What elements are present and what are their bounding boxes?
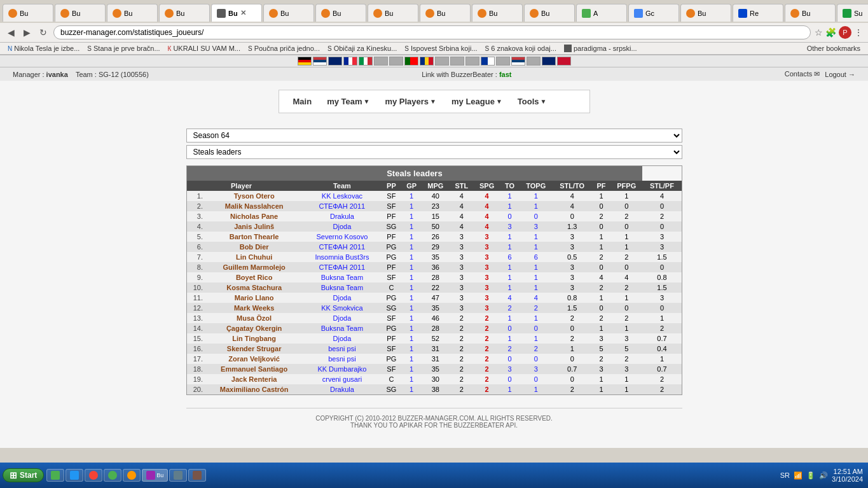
team-link[interactable]: СТЕФАН 2011	[319, 202, 366, 210]
team-link[interactable]: Djoda	[333, 294, 352, 302]
player-link[interactable]: Lin Tingbang	[232, 335, 276, 342]
team-link[interactable]: Insomnia Bust3rs	[315, 253, 369, 261]
bookmark-8[interactable]: paradigma - srpski...	[561, 44, 640, 53]
refresh-btn[interactable]: ↻	[37, 26, 50, 39]
player-link[interactable]: Kosma Stachura	[226, 284, 282, 291]
player-link[interactable]: Bob Dier	[240, 243, 269, 251]
flag-misc-7[interactable]	[527, 57, 541, 66]
team-link[interactable]: Buksna Team	[321, 324, 363, 332]
nav-main[interactable]: Main	[286, 93, 320, 110]
player-link[interactable]: Mario Llano	[235, 294, 274, 302]
tab-11[interactable]: Bu	[524, 4, 575, 22]
back-btn[interactable]: ◀	[5, 26, 17, 39]
taskbar-item-3[interactable]	[85, 469, 102, 482]
taskbar-item-7[interactable]	[169, 469, 187, 482]
taskbar-item-4[interactable]	[104, 469, 121, 482]
team-link[interactable]: Drakula	[330, 213, 354, 220]
team-link[interactable]: Severno Kosovo	[317, 233, 368, 241]
team-link[interactable]: СТЕФАН 2011	[319, 243, 366, 251]
bookmark-9[interactable]: Other bookmarks	[804, 44, 863, 53]
tab-13[interactable]: Gc	[628, 4, 679, 22]
team-link[interactable]: Djoda	[333, 335, 352, 342]
tab-10[interactable]: Bu	[472, 4, 523, 22]
tab-3[interactable]: Bu	[107, 4, 158, 22]
team-link[interactable]: Drakula	[330, 386, 354, 393]
nav-my-team[interactable]: my Team ▼	[319, 93, 377, 110]
player-link[interactable]: Musa Özol	[237, 314, 272, 322]
tab-7[interactable]: Bu	[315, 4, 366, 22]
url-input[interactable]	[53, 25, 811, 39]
team-link[interactable]: besni psi	[328, 345, 355, 352]
flag-pt[interactable]	[404, 57, 418, 66]
tab-14[interactable]: Bu	[680, 4, 731, 22]
player-link[interactable]: Maximiliano Castrón	[220, 386, 289, 393]
taskbar-item-6-active[interactable]: Bu	[142, 469, 168, 482]
taskbar-item-1[interactable]	[46, 469, 64, 482]
team-link[interactable]: KK Leskovac	[322, 192, 362, 200]
tab-close-btn[interactable]: ✕	[240, 9, 246, 17]
contacts-link[interactable]: Contacts ✉	[785, 70, 820, 78]
flag-gb[interactable]	[328, 57, 342, 66]
bookmark-6[interactable]: S Ispovest Srbina koji...	[402, 44, 479, 53]
player-link[interactable]: Janis Julinš	[234, 223, 274, 230]
flag-misc-1[interactable]	[374, 57, 388, 66]
team-link[interactable]: crveni gusari	[322, 375, 362, 383]
bookmark-5[interactable]: S Običaji za Kinesku...	[325, 44, 399, 53]
flag-misc-8[interactable]	[557, 57, 571, 66]
tab-12[interactable]: A	[576, 4, 627, 22]
start-button[interactable]: ⊞ Start	[3, 468, 44, 482]
player-link[interactable]: Guillem Marmolejo	[223, 263, 285, 271]
nav-my-players[interactable]: my Players ▼	[377, 93, 444, 110]
player-link[interactable]: Barton Thearle	[230, 233, 279, 241]
category-select[interactable]: Steals leaders Points leaders Rebounds l…	[186, 145, 682, 159]
player-link[interactable]: Emmanuel Santiago	[221, 365, 287, 373]
team-link[interactable]: KK Smokvica	[321, 304, 362, 312]
tab-2[interactable]: Bu	[55, 4, 106, 22]
player-link[interactable]: Çagatay Okergin	[226, 324, 282, 332]
flag-misc-4[interactable]	[450, 57, 464, 66]
bookmark-3[interactable]: К UKRALI SU VAM M...	[165, 44, 243, 53]
flag-ro[interactable]	[420, 57, 434, 66]
bookmark-2[interactable]: S Stana je prve bračn...	[85, 44, 162, 53]
flag-misc-2[interactable]	[389, 57, 403, 66]
tab-5-active[interactable]: Bu ✕	[211, 4, 262, 22]
team-link[interactable]: besni psi	[328, 355, 355, 363]
tab-16[interactable]: Bu	[785, 4, 836, 22]
player-link[interactable]: Zoran Veljković	[228, 355, 280, 363]
menu-icon[interactable]: ⋮	[854, 27, 863, 38]
team-link[interactable]: Buksna Team	[321, 274, 363, 281]
nav-my-league[interactable]: my League ▼	[444, 93, 510, 110]
profile-icon[interactable]: P	[839, 26, 851, 39]
team-link[interactable]: KK Dumbarajko	[317, 365, 366, 373]
logout-link[interactable]: Logout →	[825, 71, 855, 78]
player-link[interactable]: Tyson Otero	[234, 192, 275, 200]
season-select[interactable]: Season 64 Season 63 Season 62	[186, 129, 682, 143]
player-link[interactable]: Malik Nasslahcen	[225, 202, 284, 210]
flag-misc-6[interactable]	[496, 57, 510, 66]
player-link[interactable]: Nicholas Pane	[230, 213, 278, 220]
tab-15[interactable]: Re	[733, 4, 783, 22]
tab-1[interactable]: Bu	[3, 4, 53, 22]
tab-4[interactable]: Bu	[159, 4, 210, 22]
extensions-icon[interactable]: 🧩	[825, 27, 836, 38]
team-link[interactable]: Buksna Team	[321, 284, 363, 291]
bookmark-7[interactable]: S 6 znakova koji odaj...	[483, 44, 559, 53]
taskbar-item-5[interactable]	[123, 469, 141, 482]
flag-it[interactable]	[359, 57, 373, 66]
forward-btn[interactable]: ▶	[21, 26, 33, 39]
nav-tools[interactable]: Tools ▼	[510, 93, 555, 110]
bookmark-4[interactable]: S Poučna priča jedno...	[245, 44, 322, 53]
tab-17[interactable]: Su	[837, 4, 868, 22]
flag-gr[interactable]	[481, 57, 495, 66]
player-link[interactable]: Boyet Rico	[236, 274, 272, 281]
tab-9[interactable]: Bu	[420, 4, 471, 22]
tab-8[interactable]: Bu	[368, 4, 418, 22]
player-link[interactable]: Jack Renteria	[231, 375, 277, 383]
player-link[interactable]: Mark Weeks	[234, 304, 274, 312]
star-icon[interactable]: ☆	[815, 27, 823, 38]
taskbar-item-2[interactable]	[65, 469, 83, 482]
flag-rs[interactable]	[313, 57, 327, 66]
flag-misc-3[interactable]	[435, 57, 449, 66]
flag-rs2[interactable]	[511, 57, 525, 66]
team-link[interactable]: СТЕФАН 2011	[319, 263, 366, 271]
